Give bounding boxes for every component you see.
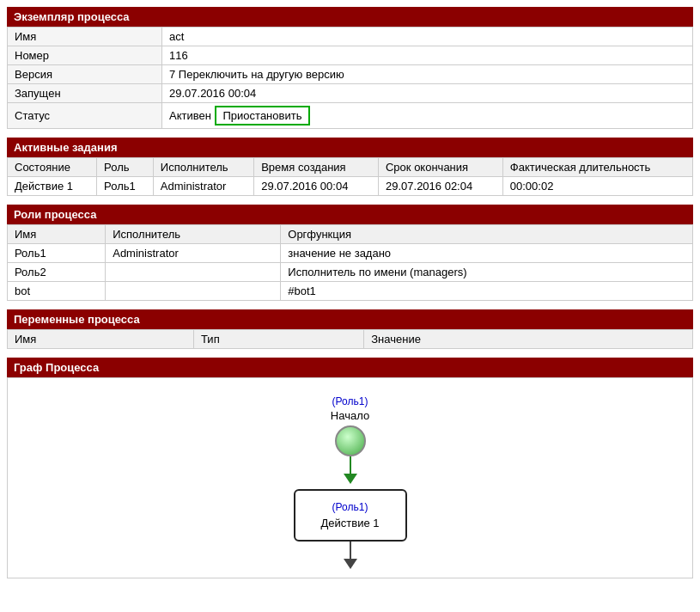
- task-node: (Роль1) Действие 1: [294, 489, 407, 542]
- process-instance-title: Экземпляр процесса: [14, 10, 130, 23]
- process-variables-section: Переменные процесса ИмяТипЗначение: [7, 309, 693, 349]
- table-row: Роль1Administratorзначение не задано: [8, 244, 693, 263]
- table-row: Статус Активен Приостановить: [8, 103, 693, 129]
- roles-col-header: Оргфункция: [281, 225, 693, 244]
- table-cell: Действие 1: [8, 177, 97, 196]
- table-cell: Роль1: [8, 244, 106, 263]
- active-tasks-section: Активные задания СостояниеРольИсполнител…: [7, 138, 693, 196]
- vars-col-header: Значение: [364, 330, 693, 349]
- process-variables-header: Переменные процесса: [7, 309, 693, 329]
- status-cell: Активен Приостановить: [162, 103, 693, 129]
- launched-label: Запущен: [8, 84, 162, 103]
- process-graph-header: Граф Процесса: [7, 358, 693, 377]
- number-value: 116: [162, 46, 693, 65]
- vars-col-header: Тип: [194, 330, 364, 349]
- table-cell: #bot1: [281, 282, 693, 301]
- table-cell: 00:00:02: [502, 177, 692, 196]
- arrow-line-1: [350, 456, 351, 474]
- graph-inner: (Роль1) Начало (Роль1) Действие 1: [294, 387, 407, 569]
- roles-col-header: Исполнитель: [106, 225, 281, 244]
- arrow-down-2: [344, 559, 357, 569]
- table-row: Действие 1Роль1Administrator29.07.2016 0…: [8, 177, 693, 196]
- tasks-col-header: Время создания: [254, 158, 379, 177]
- table-cell: [106, 263, 281, 282]
- variables-table: ИмяТипЗначение: [7, 329, 693, 349]
- roles-col-header: Имя: [8, 225, 106, 244]
- table-row: Версия 7 Переключить на другую версию: [8, 65, 693, 84]
- table-cell: Роль1: [97, 177, 154, 196]
- tasks-col-header: Состояние: [8, 158, 97, 177]
- vars-header-row: ИмяТипЗначение: [8, 330, 693, 349]
- table-row: Роль2Исполнитель по имени (managers): [8, 263, 693, 282]
- instance-info-table: Имя act Номер 116 Версия 7 Переключить н…: [7, 27, 693, 129]
- tasks-col-header: Роль: [97, 158, 154, 177]
- task-node-label-top: (Роль1): [321, 501, 380, 513]
- process-roles-section: Роли процесса ИмяИсполнительОргфункция Р…: [7, 205, 693, 301]
- table-cell: bot: [8, 282, 106, 301]
- table-cell: 29.07.2016 02:04: [378, 177, 502, 196]
- table-row: Номер 116: [8, 46, 693, 65]
- start-node: [335, 425, 366, 456]
- tasks-table: СостояниеРольИсполнительВремя созданияСр…: [7, 157, 693, 196]
- table-cell: Administrator: [106, 244, 281, 263]
- tasks-col-header: Фактическая длительность: [502, 158, 692, 177]
- roles-table: ИмяИсполнительОргфункция Роль1Administra…: [7, 224, 693, 301]
- process-roles-title: Роли процесса: [14, 208, 96, 221]
- process-variables-title: Переменные процесса: [14, 313, 140, 326]
- table-cell: Роль2: [8, 263, 106, 282]
- start-node-label: Начало: [331, 409, 369, 422]
- tasks-col-header: Срок окончания: [378, 158, 502, 177]
- process-roles-header: Роли процесса: [7, 205, 693, 224]
- launched-value: 29.07.2016 00:04: [162, 84, 693, 103]
- tasks-col-header: Исполнитель: [153, 158, 253, 177]
- table-cell: Administrator: [153, 177, 253, 196]
- status-label: Статус: [8, 103, 162, 129]
- page-wrapper: Экземпляр процесса Имя act Номер 116 Вер…: [0, 0, 700, 585]
- active-tasks-title: Активные задания: [14, 141, 117, 154]
- arrow-line-2: [350, 542, 351, 559]
- status-value: Активен: [169, 109, 211, 122]
- process-graph-title: Граф Процесса: [14, 361, 99, 374]
- task-node-label: Действие 1: [321, 517, 380, 529]
- table-cell: Исполнитель по имени (managers): [281, 263, 693, 282]
- process-instance-header: Экземпляр процесса: [7, 7, 693, 27]
- graph-area: (Роль1) Начало (Роль1) Действие 1: [7, 377, 693, 578]
- version-value: 7 Переключить на другую версию: [162, 65, 693, 84]
- vars-col-header: Имя: [8, 330, 194, 349]
- process-instance-section: Экземпляр процесса Имя act Номер 116 Вер…: [7, 7, 693, 129]
- table-row: Запущен 29.07.2016 00:04: [8, 84, 693, 103]
- process-graph-section: Граф Процесса (Роль1) Начало (Роль1) Дей…: [7, 358, 693, 578]
- name-label: Имя: [8, 28, 162, 46]
- name-value: act: [162, 28, 693, 46]
- start-node-label-top: (Роль1): [332, 395, 368, 407]
- roles-header-row: ИмяИсполнительОргфункция: [8, 225, 693, 244]
- version-label: Версия: [8, 65, 162, 84]
- number-label: Номер: [8, 46, 162, 65]
- table-cell: [106, 282, 281, 301]
- arrow-down-1: [344, 474, 357, 484]
- table-cell: значение не задано: [281, 244, 693, 263]
- active-tasks-header: Активные задания: [7, 138, 693, 157]
- pause-button[interactable]: Приостановить: [215, 106, 311, 125]
- tasks-header-row: СостояниеРольИсполнительВремя созданияСр…: [8, 158, 693, 177]
- table-row: Имя act: [8, 28, 693, 46]
- table-row: bot#bot1: [8, 282, 693, 301]
- table-cell: 29.07.2016 00:04: [254, 177, 379, 196]
